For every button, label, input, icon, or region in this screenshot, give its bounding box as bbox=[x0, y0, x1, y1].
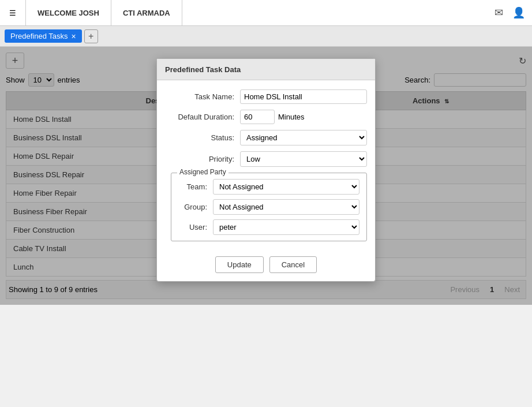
status-select[interactable]: Assigned Not Assigned Pending bbox=[240, 130, 367, 145]
tab-bar: Predefined Tasks × + bbox=[0, 26, 532, 47]
task-name-row: Task Name: bbox=[165, 89, 367, 104]
group-label: Group: bbox=[178, 203, 213, 211]
assigned-party-section: Assigned Party Team: Not Assigned Team A… bbox=[171, 173, 367, 241]
tab-close-icon[interactable]: × bbox=[72, 32, 76, 40]
hamburger-menu[interactable]: ☰ bbox=[0, 0, 26, 25]
priority-select[interactable]: Low Medium High bbox=[240, 151, 367, 167]
group-row: Group: Not Assigned Group A Group B bbox=[178, 199, 359, 215]
update-button[interactable]: Update bbox=[215, 256, 264, 273]
priority-label: Priority: bbox=[165, 155, 240, 163]
tab-label: Predefined Tasks bbox=[10, 32, 68, 40]
team-row: Team: Not Assigned Team A Team B bbox=[178, 179, 359, 195]
priority-row: Priority: Low Medium High bbox=[165, 151, 367, 167]
user-icon[interactable]: 👤 bbox=[512, 6, 525, 19]
modal-header: Predefined Task Data bbox=[157, 59, 375, 80]
modal-predefined-task: Predefined Task Data Task Name: Default … bbox=[156, 58, 376, 282]
minutes-label: Minutes bbox=[278, 113, 305, 121]
duration-label: Default Duration: bbox=[165, 113, 240, 121]
duration-row: Default Duration: Minutes bbox=[165, 110, 367, 124]
duration-inputs: Minutes bbox=[240, 110, 305, 124]
hamburger-icon: ☰ bbox=[9, 9, 16, 17]
top-nav: ☰ WELCOME JOSH CTI ARMADA ✉ 👤 bbox=[0, 0, 532, 26]
welcome-tab: WELCOME JOSH bbox=[26, 0, 111, 25]
assigned-party-group: Assigned Party Team: Not Assigned Team A… bbox=[171, 173, 367, 241]
modal-footer: Update Cancel bbox=[157, 251, 375, 281]
nav-right-icons: ✉ 👤 bbox=[494, 6, 532, 19]
modal-title: Predefined Task Data bbox=[165, 65, 241, 74]
assigned-party-legend: Assigned Party bbox=[177, 168, 228, 176]
modal-overlay: Predefined Task Data Task Name: Default … bbox=[0, 47, 532, 305]
team-select[interactable]: Not Assigned Team A Team B bbox=[213, 179, 359, 195]
group-select[interactable]: Not Assigned Group A Group B bbox=[213, 199, 359, 215]
main-content: + ↻ Show 10 25 50 entries Search: Descri… bbox=[0, 47, 532, 305]
modal-body: Task Name: Default Duration: Minutes Sta… bbox=[157, 80, 375, 251]
user-select[interactable]: peter john mary bbox=[213, 219, 359, 235]
task-name-input[interactable] bbox=[240, 89, 367, 104]
task-name-label: Task Name: bbox=[165, 92, 240, 101]
user-row: User: peter john mary bbox=[178, 219, 359, 235]
user-label: User: bbox=[178, 223, 213, 231]
cancel-button[interactable]: Cancel bbox=[269, 256, 317, 273]
status-row: Status: Assigned Not Assigned Pending bbox=[165, 130, 367, 145]
duration-input[interactable] bbox=[240, 110, 275, 124]
app-tab: CTI ARMADA bbox=[111, 0, 182, 25]
mail-icon[interactable]: ✉ bbox=[494, 6, 503, 19]
status-label: Status: bbox=[165, 133, 240, 142]
team-label: Team: bbox=[178, 182, 213, 191]
tab-predefined-tasks[interactable]: Predefined Tasks × bbox=[5, 29, 82, 43]
tab-add-button[interactable]: + bbox=[84, 29, 98, 43]
